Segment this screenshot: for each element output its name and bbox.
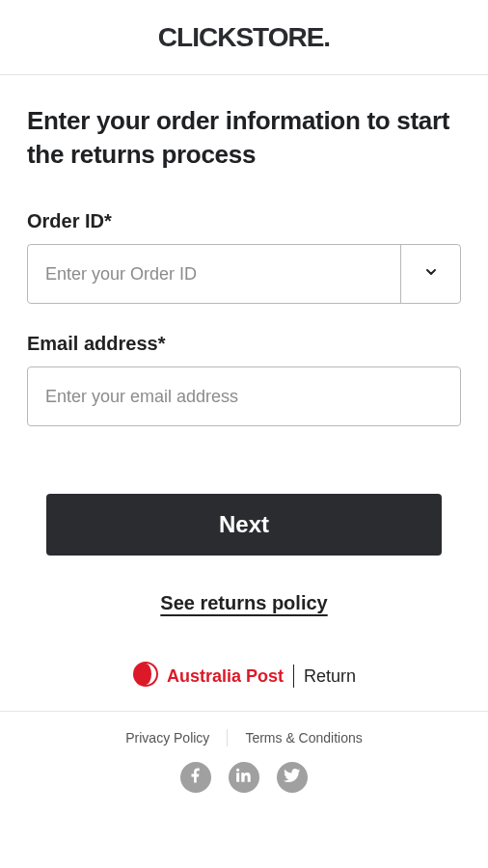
auspost-logo: Australia Post <box>132 661 284 692</box>
twitter-icon <box>284 767 301 788</box>
email-field: Email address* <box>27 333 461 426</box>
twitter-link[interactable] <box>277 762 308 793</box>
order-id-dropdown-toggle[interactable] <box>400 245 460 303</box>
main-content: Enter your order information to start th… <box>0 75 488 711</box>
auspost-text: Australia Post <box>167 666 284 687</box>
returns-policy-link[interactable]: See returns policy <box>46 592 442 614</box>
footer-divider <box>227 729 228 746</box>
facebook-link[interactable] <box>180 762 211 793</box>
next-button[interactable]: Next <box>46 494 442 556</box>
email-label: Email address* <box>27 333 461 355</box>
auspost-logo-icon <box>132 661 159 692</box>
footer: Privacy Policy Terms & Conditions <box>0 711 488 812</box>
linkedin-link[interactable] <box>229 762 259 793</box>
brand-logo: CLICKSTORE. <box>158 22 330 53</box>
page-title: Enter your order information to start th… <box>27 104 461 172</box>
linkedin-icon <box>236 768 252 787</box>
order-id-input-wrap <box>27 244 461 304</box>
order-id-field: Order ID* <box>27 210 461 304</box>
footer-links: Privacy Policy Terms & Conditions <box>0 729 488 746</box>
privacy-policy-link[interactable]: Privacy Policy <box>125 730 209 746</box>
service-text: Return <box>304 666 356 687</box>
email-input[interactable] <box>28 367 460 425</box>
header: CLICKSTORE. <box>0 0 488 75</box>
facebook-icon <box>187 767 204 788</box>
email-input-wrap <box>27 366 461 426</box>
terms-link[interactable]: Terms & Conditions <box>245 730 362 746</box>
carrier-branding: Australia Post Return <box>27 661 461 711</box>
social-links <box>0 762 488 793</box>
order-id-input[interactable] <box>28 245 400 303</box>
branding-divider <box>293 665 294 688</box>
chevron-down-icon <box>423 264 439 284</box>
order-id-label: Order ID* <box>27 210 461 232</box>
actions: Next See returns policy <box>27 494 461 614</box>
